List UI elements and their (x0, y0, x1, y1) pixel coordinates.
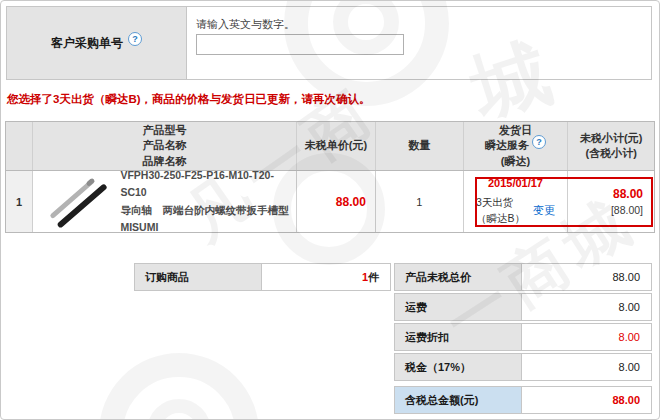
unit-price-value: 88.00 (296, 171, 375, 232)
product-name: 导向轴 两端台阶内螺纹带扳手槽型 (120, 202, 296, 219)
grand-total-label: 含税总金额(元) (394, 386, 522, 414)
header-ship-date: 发货日 瞬达服务 ? (瞬达) (463, 122, 568, 170)
table-row: 1 VFPH30-250-F25-P16-M10-T20-SC10 导向轴 两端… (6, 171, 654, 232)
product-part-number: VFPH30-250-F25-P16-M10-T20-SC10 (120, 167, 296, 202)
change-shipping-link[interactable]: 变更 (533, 203, 555, 218)
price-summary-table: 产品未税总价 88.00 运费 8.00 运费折扣 8.00 税金（17%） 8… (394, 263, 652, 381)
summary-row-shipping-discount: 运费折扣 8.00 (394, 323, 652, 351)
header-index (6, 122, 32, 170)
product-brand: MISUMI (120, 219, 296, 236)
grand-total-table: 含税总金额(元) 88.00 (394, 386, 652, 414)
summary-row-product-total: 产品未税总价 88.00 (394, 263, 652, 291)
summary-row-tax: 税金（17%） 8.00 (394, 353, 652, 381)
shipping-update-notice: 您选择了3天出货（瞬达B)，商品的价格与发货日已更新，请再次确认。 (7, 92, 371, 107)
po-number-label: 客户采购单号 (51, 35, 123, 52)
header-unit-price: 未税单价(元) (296, 122, 375, 170)
order-confirmation-page: 凡一商 城 一商城 客户采购单号 ? 请输入英文与数字。 您选择了3天出货（瞬达… (0, 0, 660, 420)
items-count-value: 1件 (261, 263, 391, 291)
subtotal-value: 88.00 (613, 187, 643, 201)
product-info: VFPH30-250-F25-P16-M10-T20-SC10 导向轴 两端台阶… (120, 167, 296, 236)
help-icon[interactable]: ? (128, 32, 142, 46)
po-number-input[interactable] (196, 34, 404, 55)
header-qty: 数量 (375, 122, 463, 170)
po-input-hint: 请输入英文与数字。 (196, 17, 295, 32)
summary-row-shipping-fee: 运费 8.00 (394, 293, 652, 321)
ship-date-cell: 2015/01/17 3天出货 （瞬达B） 变更 (463, 171, 568, 232)
row-index: 1 (6, 171, 32, 232)
subtotal-with-tax-value: [88.00] (611, 204, 643, 216)
po-number-label-cell: 客户采购单号 ? (7, 7, 187, 79)
header-subtotal: 未税小计(元) (含税小计) (567, 122, 654, 170)
ship-date-value: 2015/01/17 (488, 177, 543, 189)
subtotal-cell: 88.00 [88.00] (567, 171, 654, 232)
grand-total-value: 88.00 (521, 386, 652, 414)
product-cell: VFPH30-250-F25-P16-M10-T20-SC10 导向轴 两端台阶… (32, 171, 296, 232)
header-product: 产品型号 产品名称 品牌名称 (32, 122, 296, 170)
watermark-gear-icon (147, 399, 211, 420)
product-thumbnail-shafts (46, 176, 111, 228)
order-items-table: 产品型号 产品名称 品牌名称 未税单价(元) 数量 发货日 瞬达服务 ? (瞬达… (5, 121, 655, 233)
order-table-header-row: 产品型号 产品名称 品牌名称 未税单价(元) 数量 发货日 瞬达服务 ? (瞬达… (6, 122, 654, 171)
po-number-section: 客户采购单号 ? 请输入英文与数字。 (6, 6, 652, 80)
items-count-table: 订购商品 1件 (134, 263, 391, 291)
help-icon[interactable]: ? (532, 135, 546, 149)
items-count-label: 订购商品 (134, 263, 262, 291)
qty-value: 1 (375, 171, 463, 232)
watermark-gear-icon (99, 353, 259, 420)
ship-service-label: 3天出货 （瞬达B） (476, 195, 525, 227)
